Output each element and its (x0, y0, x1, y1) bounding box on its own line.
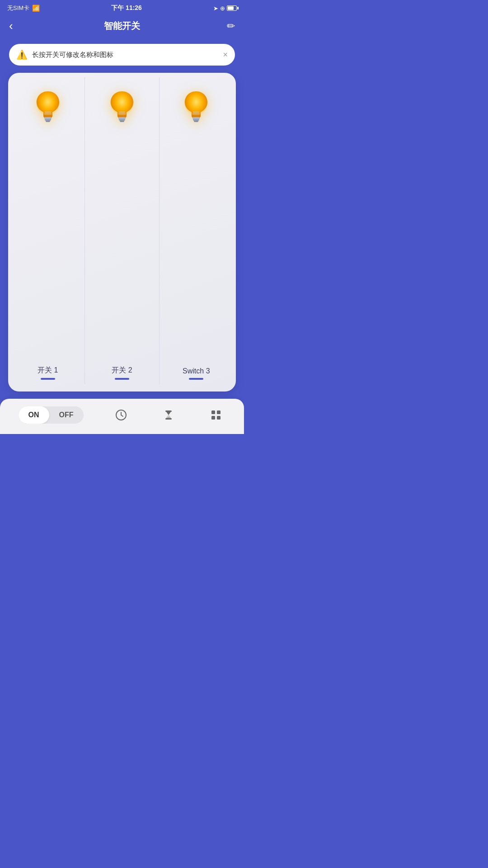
timer-button[interactable] (159, 405, 178, 425)
switch-label-1: 开关 1 (38, 366, 58, 375)
svg-rect-11 (120, 120, 124, 122)
bulb-container-1 (30, 86, 66, 127)
location-icon: ➤ (213, 5, 218, 12)
banner-warning-icon: ⚠️ (16, 49, 28, 60)
on-button[interactable]: ON (19, 406, 49, 424)
svg-rect-22 (165, 418, 172, 420)
switch-panel: 开关 1 (8, 73, 236, 392)
switch-label-2: 开关 2 (112, 366, 132, 375)
svg-rect-23 (211, 410, 215, 414)
grid-icon (210, 409, 222, 421)
page-title: 智能开关 (104, 20, 140, 32)
switch-item-2[interactable]: 开关 2 (85, 77, 159, 384)
lock-icon: ⊕ (220, 5, 225, 12)
bulb-icon-1 (32, 89, 64, 125)
schedule-button[interactable] (111, 405, 131, 425)
svg-rect-21 (165, 410, 172, 412)
svg-rect-25 (211, 416, 215, 420)
notification-banner: ⚠️ 长按开关可修改名称和图标 × (9, 44, 235, 66)
switch-item-3[interactable]: Switch 3 (160, 77, 233, 384)
wifi-icon: 📶 (32, 5, 40, 12)
header: ‹ 智能开关 ✏ (0, 15, 244, 39)
switch-indicator-2 (115, 378, 129, 380)
switch-label-area-2: 开关 2 (112, 359, 132, 380)
switch-label-3: Switch 3 (183, 367, 210, 375)
svg-rect-26 (217, 416, 221, 420)
banner-close-button[interactable]: × (223, 50, 228, 60)
status-bar: 无SIM卡 📶 下午 11:26 ➤ ⊕ (0, 0, 244, 15)
svg-rect-5 (46, 120, 50, 122)
on-off-group: ON OFF (19, 406, 84, 424)
bulb-container-3 (178, 86, 214, 127)
grid-button[interactable] (206, 405, 226, 425)
tab-bar: ON OFF (0, 399, 244, 434)
svg-line-20 (121, 415, 123, 416)
hourglass-icon (162, 409, 175, 421)
switch-item-1[interactable]: 开关 1 (11, 77, 85, 384)
svg-rect-24 (217, 410, 221, 414)
switch-indicator-1 (41, 378, 55, 380)
battery-icon (227, 5, 237, 11)
back-button[interactable]: ‹ (9, 19, 27, 33)
banner-container: ⚠️ 长按开关可修改名称和图标 × (0, 39, 244, 73)
status-right: ➤ ⊕ (213, 5, 237, 12)
off-button[interactable]: OFF (49, 406, 84, 424)
bulb-icon-2 (106, 89, 138, 125)
banner-message: 长按开关可修改名称和图标 (32, 51, 218, 59)
switch-label-area-3: Switch 3 (183, 360, 210, 380)
status-time: 下午 11:26 (111, 4, 142, 12)
bulb-icon-3 (180, 89, 212, 125)
bulb-container-2 (104, 86, 140, 127)
status-left: 无SIM卡 📶 (7, 4, 40, 12)
edit-button[interactable]: ✏ (217, 20, 235, 32)
main-content: 开关 1 (0, 73, 244, 399)
switch-indicator-3 (189, 378, 203, 380)
carrier-text: 无SIM卡 (7, 4, 29, 12)
switch-label-area-1: 开关 1 (38, 359, 58, 380)
clock-icon (115, 409, 127, 421)
svg-rect-17 (194, 120, 198, 122)
